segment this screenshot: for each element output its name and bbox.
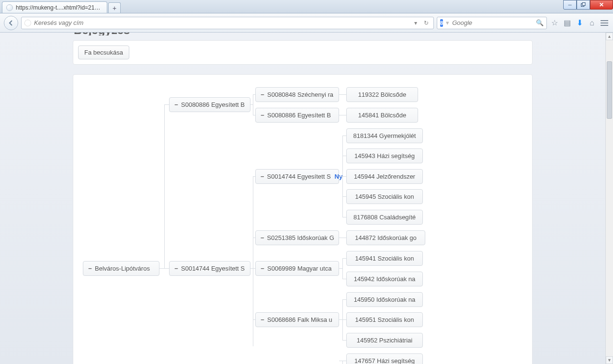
node-label: 147657 Házi segítség (354, 357, 415, 364)
back-button[interactable] (4, 16, 18, 30)
url-bar[interactable]: ▾ ↻ (21, 17, 434, 29)
url-input[interactable] (34, 19, 409, 26)
tree-leaf[interactable]: 145941 Szociális kon (346, 251, 423, 266)
toggle-icon[interactable]: − (261, 316, 264, 323)
browser-tabstrip: https://mukeng-t....xhtml?id=21961 + (0, 0, 613, 13)
home-icon[interactable]: ⌂ (587, 18, 597, 28)
hamburger-menu-icon[interactable] (600, 18, 609, 28)
toolbar-card: Fa becsukása (73, 40, 533, 65)
node-label: 8181344 Gyermekjólét (353, 132, 416, 139)
tree: − Belváros-Lipótváros − S0080886 Egyesít… (78, 81, 527, 364)
tree-node[interactable]: − S0068686 Falk Miksa u (255, 312, 339, 327)
node-label: S0080848 Széchenyi ra (267, 91, 333, 98)
node-label: 145950 Időskorúak na (354, 296, 416, 303)
node-label: S0080886 Egyesített B (267, 112, 331, 119)
tree-node[interactable]: − S0014744 Egyesített S (169, 261, 250, 276)
tree-leaf[interactable]: 145944 Jelzőrendszer (346, 169, 423, 184)
tree-leaf[interactable]: 144872 Időskorúak go (346, 230, 425, 245)
toggle-icon[interactable]: − (261, 265, 264, 272)
vertical-scrollbar[interactable]: ▲ ▼ (605, 33, 613, 364)
tree-leaf[interactable]: 145943 Házi segítség (346, 148, 423, 163)
collapse-tree-button[interactable]: Fa becsukása (78, 46, 129, 59)
window-maximize-button[interactable] (577, 0, 590, 10)
new-tab-button[interactable]: + (108, 2, 121, 13)
tree-leaf[interactable]: 8181344 Gyermekjólét (346, 128, 423, 143)
search-icon[interactable]: 🔍 (536, 19, 544, 26)
tree-card: − Belváros-Lipótváros − S0080886 Egyesít… (73, 74, 533, 364)
node-label: S0069989 Magyar utca (267, 265, 331, 272)
svg-rect-1 (582, 3, 585, 6)
tree-node[interactable]: − S0080848 Széchenyi ra (255, 87, 339, 102)
tree-leaf[interactable]: 145950 Időskorúak na (346, 292, 423, 307)
search-bar[interactable]: 8 ▾ 🔍 (437, 17, 547, 29)
reload-icon[interactable]: ↻ (422, 20, 431, 26)
toggle-icon[interactable]: − (174, 101, 178, 108)
node-label: 145943 Házi segítség (354, 152, 415, 159)
scroll-down-button[interactable]: ▼ (606, 356, 613, 364)
node-label: 144872 Időskorúak go (355, 234, 417, 241)
tree-node[interactable]: − S0080886 Egyesített B (169, 97, 250, 112)
bookmark-star-icon[interactable]: ☆ (550, 18, 559, 28)
node-label: 145944 Jelzőrendszer (354, 173, 415, 180)
tree-node[interactable]: − S0080886 Egyesített B (255, 108, 339, 123)
tree-leaf[interactable]: 119322 Bölcsőde (346, 87, 418, 102)
window-close-button[interactable]: ✕ (590, 0, 613, 10)
node-label: Belváros-Lipótváros (95, 265, 150, 272)
tree-node-root[interactable]: − Belváros-Lipótváros (83, 261, 159, 276)
page-title: Bejegyzés (73, 33, 533, 35)
tree-node[interactable]: − S0251385 Időskorúak G (255, 230, 339, 245)
tree-node[interactable]: − S0069989 Magyar utca (255, 261, 339, 276)
node-label: 8176808 Családsegíté (353, 214, 416, 221)
browser-navbar: ▾ ↻ 8 ▾ 🔍 ☆ ▤ ⬇ ⌂ (0, 13, 613, 33)
node-label: S0014744 Egyesített S (181, 265, 245, 272)
tree-leaf[interactable]: 145951 Szociális kon (346, 312, 423, 327)
toggle-icon[interactable]: − (88, 265, 92, 272)
downloads-icon[interactable]: ⬇ (575, 18, 584, 28)
tree-leaf[interactable]: 147657 Házi segítség (346, 353, 423, 364)
node-label: S0014744 Egyesített S (267, 173, 331, 180)
tree-leaf[interactable]: 8176808 Családsegíté (346, 210, 423, 225)
scroll-thumb[interactable] (607, 61, 612, 119)
node-label: 145945 Szociális kon (355, 193, 414, 200)
globe-icon (24, 20, 31, 26)
search-input[interactable] (452, 19, 533, 26)
url-dropdown-icon[interactable]: ▾ (412, 20, 419, 26)
search-engine-icon: 8 (440, 19, 443, 27)
tree-node[interactable]: − S0014744 Egyesített S Ny (255, 169, 339, 184)
node-label: 145951 Szociális kon (355, 316, 414, 323)
node-label: S0080886 Egyesített B (181, 101, 245, 108)
node-label: 145952 Pszichiátriai (357, 337, 412, 344)
globe-icon (6, 4, 13, 11)
toggle-icon[interactable]: − (261, 173, 264, 180)
toggle-icon[interactable]: − (174, 265, 178, 272)
tree-leaf[interactable]: 145945 Szociális kon (346, 189, 423, 204)
clipboard-icon[interactable]: ▤ (562, 18, 572, 28)
tree-leaf[interactable]: 145942 Időskorúak na (346, 272, 423, 286)
page-viewport: Bejegyzés Fa becsukása − Belváros-Lipótv… (0, 33, 613, 364)
window-minimize-button[interactable]: ─ (563, 0, 577, 10)
tree-leaf[interactable]: 145841 Bölcsőde (346, 108, 418, 123)
node-label: S0251385 Időskorúak G (267, 234, 334, 241)
browser-tab-active[interactable]: https://mukeng-t....xhtml?id=21961 (2, 1, 107, 13)
node-label: 145942 Időskorúak na (354, 275, 416, 283)
scroll-up-button[interactable]: ▲ (606, 33, 613, 40)
tab-title: https://mukeng-t....xhtml?id=21961 (16, 4, 103, 11)
tree-leaf[interactable]: 145952 Pszichiátriai (346, 333, 423, 348)
node-label: 119322 Bölcsőde (358, 91, 406, 98)
toggle-icon[interactable]: − (261, 234, 264, 241)
toggle-icon[interactable]: − (261, 91, 264, 98)
window-controls: ─ ✕ (563, 0, 613, 10)
node-label: 145841 Bölcsőde (358, 112, 406, 119)
toggle-icon[interactable]: − (261, 112, 264, 119)
node-label: S0068686 Falk Miksa u (267, 316, 332, 323)
node-label: 145941 Szociális kon (355, 255, 414, 262)
separator: ▾ (446, 19, 449, 26)
